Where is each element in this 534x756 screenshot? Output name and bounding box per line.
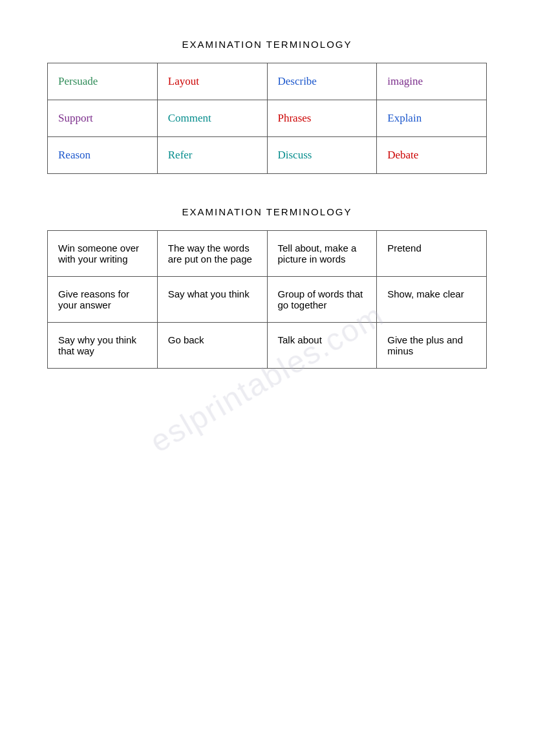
table-cell: Talk about bbox=[267, 323, 377, 369]
section-2: EXAMINATION TERMINOLOGY Win someone over… bbox=[39, 206, 495, 369]
section-1-title: EXAMINATION TERMINOLOGY bbox=[182, 39, 352, 50]
table-cell: imagine bbox=[377, 63, 487, 100]
table-cell: Say what you think bbox=[157, 277, 267, 323]
table-cell: Persuade bbox=[48, 63, 158, 100]
table-cell: Phrases bbox=[267, 100, 377, 137]
table-cell: Refer bbox=[157, 137, 267, 174]
table-cell: The way the words are put on the page bbox=[157, 231, 267, 277]
table-cell: Debate bbox=[377, 137, 487, 174]
table-cell: Group of words that go together bbox=[267, 277, 377, 323]
table-cell: Tell about, make a picture in words bbox=[267, 231, 377, 277]
table-cell: Comment bbox=[157, 100, 267, 137]
table-cell: Reason bbox=[48, 137, 158, 174]
table-cell: Pretend bbox=[377, 231, 487, 277]
table-cell: Explain bbox=[377, 100, 487, 137]
table-cell: Give reasons for your answer bbox=[48, 277, 158, 323]
terminology-table-1: PersuadeLayoutDescribeimagineSupportComm… bbox=[47, 63, 487, 174]
table-cell: Go back bbox=[157, 323, 267, 369]
table-cell: Say why you think that way bbox=[48, 323, 158, 369]
table-cell: Win someone over with your writing bbox=[48, 231, 158, 277]
section-1: EXAMINATION TERMINOLOGY PersuadeLayoutDe… bbox=[39, 39, 495, 174]
table-cell: Give the plus and minus bbox=[377, 323, 487, 369]
table-cell: Support bbox=[48, 100, 158, 137]
table-cell: Discuss bbox=[267, 137, 377, 174]
table-cell: Show, make clear bbox=[377, 277, 487, 323]
table-cell: Layout bbox=[157, 63, 267, 100]
terminology-table-2: Win someone over with your writingThe wa… bbox=[47, 230, 487, 369]
table-cell: Describe bbox=[267, 63, 377, 100]
section-2-title: EXAMINATION TERMINOLOGY bbox=[182, 206, 352, 217]
